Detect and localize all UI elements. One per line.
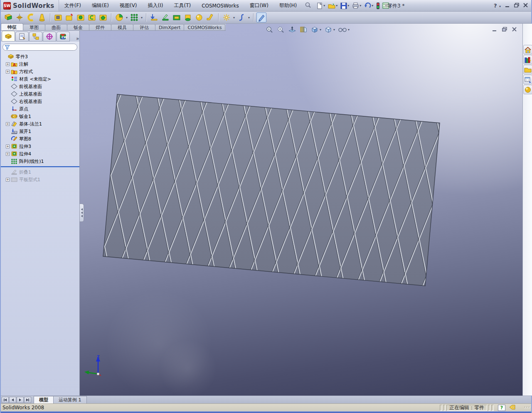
reference-geometry-dropdown[interactable]: ▾ bbox=[233, 16, 235, 20]
forming-tool-button[interactable] bbox=[64, 12, 74, 22]
close-button[interactable] bbox=[523, 3, 528, 9]
tab-钣金[interactable]: 钣金 bbox=[67, 24, 89, 30]
menu-1[interactable]: 文件(F) bbox=[59, 0, 86, 11]
solidworks-resources-tab[interactable] bbox=[523, 45, 532, 54]
linear-pattern-button[interactable] bbox=[129, 12, 139, 22]
selection-filter-light-button[interactable] bbox=[375, 2, 381, 10]
graphics-viewport[interactable]: ▾▾▾ Z bbox=[80, 24, 522, 396]
first-tab-button[interactable] bbox=[2, 397, 9, 403]
restore-button[interactable] bbox=[514, 3, 519, 9]
flatten-button[interactable] bbox=[172, 12, 182, 22]
tree-item[interactable]: 上视基准面 bbox=[1, 90, 79, 98]
menu-7[interactable]: 窗口(W) bbox=[244, 0, 274, 11]
curves-button[interactable] bbox=[236, 12, 246, 22]
panel-tabs-overflow[interactable]: » bbox=[76, 36, 79, 42]
lofted-bend-button[interactable] bbox=[37, 12, 47, 22]
curves-dropdown[interactable]: ▾ bbox=[248, 16, 250, 20]
dimxpertmanager-tab[interactable] bbox=[43, 32, 56, 42]
tree-item[interactable]: 右视基准面 bbox=[1, 98, 79, 105]
open-document-button[interactable]: ▾ bbox=[327, 2, 339, 10]
panel-splitter-handle[interactable] bbox=[80, 204, 84, 222]
fillet-dropdown[interactable]: ▾ bbox=[126, 16, 128, 20]
fold-tool-button[interactable] bbox=[160, 12, 170, 22]
tree-item[interactable]: 折叠1 bbox=[1, 168, 79, 176]
hide-show-items-button[interactable]: ▾ bbox=[323, 25, 336, 34]
expand-toggle[interactable]: + bbox=[6, 122, 10, 126]
search-icon[interactable] bbox=[305, 2, 311, 10]
tree-item[interactable]: +基体-法兰1 bbox=[1, 120, 79, 128]
corners-button[interactable] bbox=[205, 12, 215, 22]
sheet-metal-model[interactable] bbox=[80, 24, 522, 396]
reference-geometry-button[interactable] bbox=[222, 12, 232, 22]
tab-DimXpert[interactable]: DimXpert bbox=[155, 24, 184, 30]
tree-item[interactable]: +拉伸4 bbox=[1, 150, 79, 157]
edge-flange-button[interactable] bbox=[87, 12, 97, 22]
zoom-to-fit-button[interactable] bbox=[265, 25, 275, 34]
base-flange-button[interactable] bbox=[3, 12, 13, 22]
appearances-tab[interactable] bbox=[523, 85, 532, 94]
view-settings-button[interactable]: ▾ bbox=[337, 25, 350, 34]
prev-tab-button[interactable] bbox=[9, 397, 16, 403]
quick-tips-help-button[interactable]: ? bbox=[498, 405, 505, 411]
tree-item[interactable]: 零件3 bbox=[1, 53, 79, 60]
unfold-tool-button[interactable] bbox=[149, 12, 159, 22]
tree-item[interactable]: 阵列(线性)1 bbox=[1, 157, 79, 165]
last-tab-button[interactable] bbox=[24, 397, 31, 403]
tree-item[interactable]: +Σ方程式 bbox=[1, 68, 79, 75]
minimize-button[interactable] bbox=[505, 3, 510, 9]
doc-minimize-button[interactable] bbox=[493, 27, 497, 33]
section-view-button[interactable] bbox=[287, 25, 297, 34]
tree-item[interactable]: 钣金1 bbox=[1, 113, 79, 120]
tab-特征[interactable]: 特征 bbox=[1, 23, 23, 30]
design-library-tab[interactable] bbox=[523, 55, 532, 64]
linear-pattern-dropdown[interactable]: ▾ bbox=[141, 16, 143, 20]
featuremanager-tree-tab[interactable] bbox=[2, 31, 15, 42]
bottom-tab-1[interactable]: 模型 bbox=[34, 396, 54, 403]
tab-曲面[interactable]: 曲面 bbox=[45, 24, 67, 30]
rip-button[interactable] bbox=[183, 12, 193, 22]
resize-grip[interactable] bbox=[519, 407, 531, 409]
convert-to-sheetmetal-button[interactable] bbox=[15, 12, 25, 22]
menu-5[interactable]: 工具(T) bbox=[168, 0, 196, 11]
next-tab-button[interactable] bbox=[17, 397, 24, 403]
tree-item[interactable]: 前视基准面 bbox=[1, 83, 79, 90]
view-orientation-button[interactable] bbox=[298, 25, 308, 34]
rollback-bar[interactable] bbox=[1, 166, 79, 167]
fillet-button[interactable] bbox=[114, 12, 124, 22]
file-explorer-tab[interactable] bbox=[523, 65, 532, 74]
tree-item[interactable]: +A注解 bbox=[1, 60, 79, 68]
simple-hole-button[interactable] bbox=[76, 12, 86, 22]
configurationmanager-tab[interactable] bbox=[29, 32, 42, 42]
tab-焊件[interactable]: 焊件 bbox=[89, 24, 111, 30]
save-button[interactable]: ▾ bbox=[340, 2, 350, 10]
menu-6[interactable]: COSMOSWorks bbox=[196, 0, 244, 11]
tab-评估[interactable]: 评估 bbox=[133, 24, 155, 30]
tab-COSMOSWorks[interactable]: COSMOSWorks bbox=[184, 24, 225, 30]
displaymanager-cosmos-tab[interactable]: CW bbox=[57, 32, 70, 42]
tree-item[interactable]: 原点 bbox=[1, 105, 79, 113]
expand-toggle[interactable]: + bbox=[6, 178, 10, 182]
menu-3[interactable]: 视图(V) bbox=[114, 0, 143, 11]
display-style-button[interactable]: ▾ bbox=[310, 25, 322, 34]
menu-8[interactable]: 帮助(H) bbox=[274, 0, 302, 11]
bottom-tab-2[interactable]: 运动算例 1 bbox=[53, 396, 87, 403]
tab-草图[interactable]: 草图 bbox=[23, 24, 45, 30]
doc-restore-button[interactable] bbox=[502, 27, 507, 33]
instant3d-button[interactable] bbox=[256, 12, 266, 22]
tab-模具[interactable]: 模具 bbox=[111, 24, 133, 30]
expand-toggle[interactable]: + bbox=[6, 145, 10, 148]
vent-button[interactable] bbox=[98, 12, 108, 22]
new-document-button[interactable]: ▾ bbox=[315, 2, 326, 10]
expand-toggle[interactable]: + bbox=[6, 62, 10, 66]
zoom-to-area-button[interactable] bbox=[276, 25, 286, 34]
expand-toggle[interactable]: + bbox=[6, 152, 10, 156]
extruded-cut-button[interactable] bbox=[53, 12, 63, 22]
tree-item[interactable]: 材质 <未指定> bbox=[1, 75, 79, 83]
menu-4[interactable]: 插入(I) bbox=[143, 0, 169, 11]
tree-filter-input[interactable] bbox=[2, 44, 77, 51]
print-button[interactable]: ▾ bbox=[351, 2, 362, 9]
propertymanager-tab[interactable] bbox=[15, 32, 29, 42]
tag-icon[interactable] bbox=[509, 404, 516, 411]
help-button[interactable]: ? ▾ bbox=[494, 2, 501, 9]
tree-item[interactable]: 展开1 bbox=[1, 128, 79, 135]
